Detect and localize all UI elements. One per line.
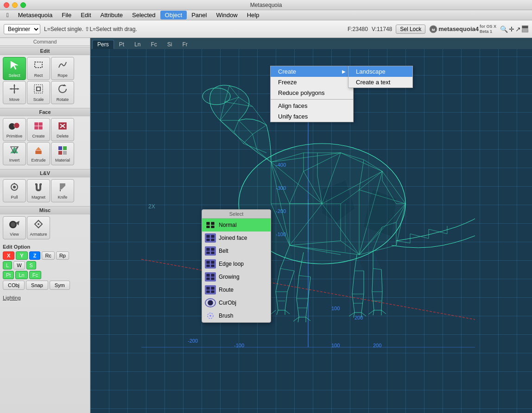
viewport[interactable]: Pers Pt Ln Fc Si Fr -100 -200 -300 -400: [90, 38, 532, 413]
material-icon: [57, 145, 68, 157]
view-tool[interactable]: View: [3, 216, 26, 239]
fc-button[interactable]: Fc: [29, 271, 41, 279]
svg-line-93: [396, 241, 410, 243]
rotate-icon[interactable]: ↗: [515, 25, 521, 33]
x-axis-button[interactable]: X: [3, 251, 14, 260]
menu-panel[interactable]: Panel: [187, 11, 211, 19]
create-face-label: Create: [32, 134, 44, 138]
create-face-tool[interactable]: Create: [27, 118, 50, 141]
lv-header: L&V: [0, 169, 90, 177]
menu-create[interactable]: Create ▶: [271, 66, 353, 77]
menu-apple[interactable]: : [2, 11, 13, 19]
traffic-lights[interactable]: [4, 2, 26, 8]
menu-metasequoia[interactable]: Metasequoia: [13, 11, 57, 19]
delete-label: Delete: [57, 134, 69, 138]
tab-fr[interactable]: Fr: [177, 40, 192, 49]
command-label: Command: [0, 38, 90, 46]
menu-edit[interactable]: Edit: [76, 11, 95, 19]
rect-tool[interactable]: Rect: [27, 57, 50, 80]
material-tool[interactable]: Material: [51, 142, 74, 165]
tab-pers[interactable]: Pers: [92, 40, 114, 49]
material-label: Material: [55, 158, 70, 163]
menu-freeze[interactable]: Freeze: [271, 77, 353, 88]
menu-object[interactable]: Object: [160, 11, 187, 19]
svg-line-92: [429, 229, 447, 234]
armature-tool[interactable]: Armature: [27, 216, 50, 239]
rp-button[interactable]: Rp: [56, 251, 69, 260]
ln-button[interactable]: Ln: [15, 271, 27, 279]
minimize-button[interactable]: [12, 2, 18, 8]
menu-help[interactable]: Help: [242, 11, 264, 19]
window-title: Metasequoia: [250, 2, 282, 8]
scale-tool[interactable]: Scale: [27, 81, 50, 104]
tab-ln[interactable]: Ln: [129, 40, 146, 49]
extrude-tool[interactable]: Extrude: [27, 142, 50, 165]
svg-line-121: [381, 310, 386, 314]
maximize-button[interactable]: [20, 2, 26, 8]
menubar:  Metasequoia File Edit Attribute Select…: [0, 10, 532, 20]
menu-file[interactable]: File: [57, 11, 76, 19]
w-button[interactable]: W: [13, 261, 25, 269]
close-button[interactable]: [4, 2, 9, 8]
submenu-landscape[interactable]: Landscape: [348, 66, 412, 77]
rope-label: Rope: [57, 73, 68, 78]
face-tools: Primitive Create: [0, 116, 90, 167]
rotate-tool[interactable]: Rotate: [51, 81, 74, 104]
cobj-button[interactable]: CObj: [3, 281, 25, 290]
zoom-in-icon[interactable]: 🔍: [500, 25, 508, 33]
y-axis-button[interactable]: Y: [16, 251, 27, 260]
invert-label: Invert: [9, 158, 20, 163]
delete-tool[interactable]: Delete: [51, 118, 74, 141]
svg-point-27: [13, 186, 16, 188]
view-icon: [8, 219, 20, 231]
menu-reduce[interactable]: Reduce polygons: [271, 88, 353, 98]
select-icon: [9, 59, 20, 72]
menu-window[interactable]: Window: [211, 11, 242, 19]
svg-rect-10: [34, 85, 43, 93]
tab-pt[interactable]: Pt: [114, 40, 129, 49]
knife-tool[interactable]: Knife: [51, 179, 74, 202]
sel-lock-button[interactable]: Sel Lock: [396, 25, 425, 34]
select-tool[interactable]: Select: [3, 57, 26, 80]
landscape-submenu[interactable]: Landscape Create a text: [348, 66, 413, 88]
primitive-tool[interactable]: Primitive: [3, 118, 26, 141]
sym-button[interactable]: Sym: [50, 281, 70, 290]
menu-align-faces[interactable]: Align faces: [271, 100, 353, 111]
move-icon[interactable]: ✛: [509, 25, 514, 33]
svg-line-91: [410, 234, 429, 238]
viewport-tabs: Pers Pt Ln Fc Si Fr: [90, 38, 532, 49]
magnet-tool[interactable]: Magnet: [27, 179, 50, 202]
misc-section: Misc View: [0, 205, 90, 242]
tab-si[interactable]: Si: [162, 40, 177, 49]
object-dropdown-menu[interactable]: Create ▶ Freeze Reduce polygons Align fa…: [270, 66, 354, 122]
submenu-create-text[interactable]: Create a text: [348, 77, 412, 88]
invert-tool[interactable]: Invert: [3, 142, 26, 165]
menu-attribute[interactable]: Attribute: [96, 11, 127, 19]
armature-icon: [33, 219, 44, 231]
rc-button[interactable]: Rc: [42, 251, 54, 260]
vertex-count: V:11748: [372, 26, 392, 32]
svg-marker-5: [13, 84, 15, 86]
z-axis-button[interactable]: Z: [29, 251, 41, 260]
pull-tool[interactable]: Pull: [3, 179, 26, 202]
rope-tool[interactable]: Rope: [51, 57, 74, 80]
menu-unify-faces[interactable]: Unify faces: [271, 111, 353, 122]
misc-header: Misc: [0, 206, 90, 214]
primitive-icon: [8, 121, 20, 133]
rect-icon: [33, 59, 44, 72]
face-count: F:23480: [348, 26, 368, 32]
select-label: Select: [8, 73, 20, 78]
l-button[interactable]: L: [3, 261, 12, 269]
move-tool[interactable]: Move: [3, 81, 26, 104]
s-button[interactable]: S: [26, 261, 36, 269]
zoom-controls[interactable]: 🔍 ✛ ↗: [500, 25, 528, 33]
lighting-label[interactable]: Lighting: [0, 293, 90, 302]
mode-select[interactable]: Beginner Normal: [4, 24, 40, 34]
pull-icon: [9, 182, 20, 194]
tab-fc[interactable]: Fc: [146, 40, 162, 49]
menu-selected[interactable]: Selected: [127, 11, 160, 19]
pt-button[interactable]: Pt: [3, 271, 14, 279]
svg-line-118: [368, 310, 374, 314]
snap-button[interactable]: Snap: [26, 281, 48, 290]
svg-line-98: [277, 310, 278, 315]
